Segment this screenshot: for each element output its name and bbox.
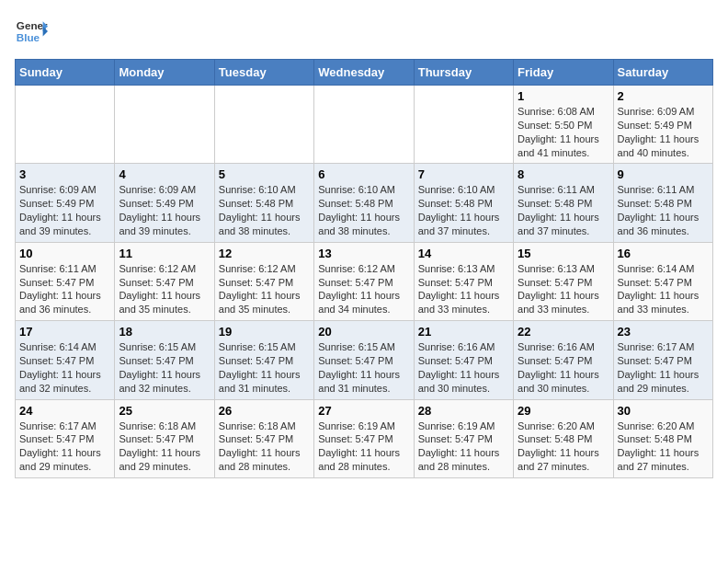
weekday-header-thursday: Thursday: [414, 60, 513, 86]
calendar-cell: 24Sunrise: 6:17 AM Sunset: 5:47 PM Dayli…: [16, 399, 115, 477]
calendar-week-2: 3Sunrise: 6:09 AM Sunset: 5:49 PM Daylig…: [16, 164, 713, 242]
calendar-cell: 20Sunrise: 6:15 AM Sunset: 5:47 PM Dayli…: [314, 321, 414, 399]
day-info: Sunrise: 6:09 AM Sunset: 5:49 PM Dayligh…: [119, 183, 210, 237]
page-header: General Blue: [15, 15, 713, 48]
calendar-cell: 21Sunrise: 6:16 AM Sunset: 5:47 PM Dayli…: [414, 321, 513, 399]
calendar-cell: 12Sunrise: 6:12 AM Sunset: 5:47 PM Dayli…: [214, 242, 313, 320]
calendar-cell: 4Sunrise: 6:09 AM Sunset: 5:49 PM Daylig…: [115, 164, 214, 242]
calendar-cell: 19Sunrise: 6:15 AM Sunset: 5:47 PM Dayli…: [214, 321, 313, 399]
day-number: 14: [418, 247, 509, 260]
day-number: 28: [418, 404, 509, 418]
day-number: 30: [618, 404, 709, 418]
day-number: 19: [219, 325, 310, 339]
day-number: 27: [318, 404, 409, 418]
calendar-cell: 15Sunrise: 6:13 AM Sunset: 5:47 PM Dayli…: [514, 242, 613, 320]
day-number: 29: [518, 404, 609, 418]
day-number: 22: [518, 325, 609, 339]
weekday-header-tuesday: Tuesday: [214, 60, 313, 86]
day-number: 20: [318, 325, 409, 339]
day-info: Sunrise: 6:09 AM Sunset: 5:49 PM Dayligh…: [19, 183, 110, 237]
calendar-cell: 2Sunrise: 6:09 AM Sunset: 5:49 PM Daylig…: [613, 86, 712, 164]
day-info: Sunrise: 6:10 AM Sunset: 5:48 PM Dayligh…: [418, 183, 509, 237]
day-info: Sunrise: 6:15 AM Sunset: 5:47 PM Dayligh…: [119, 340, 210, 395]
logo: General Blue: [15, 15, 48, 48]
calendar-week-4: 17Sunrise: 6:14 AM Sunset: 5:47 PM Dayli…: [16, 321, 713, 399]
calendar-week-5: 24Sunrise: 6:17 AM Sunset: 5:47 PM Dayli…: [16, 399, 713, 477]
calendar-cell: 29Sunrise: 6:20 AM Sunset: 5:48 PM Dayli…: [514, 399, 613, 477]
day-info: Sunrise: 6:10 AM Sunset: 5:48 PM Dayligh…: [219, 183, 310, 237]
day-number: 8: [518, 167, 609, 181]
day-info: Sunrise: 6:14 AM Sunset: 5:47 PM Dayligh…: [19, 340, 110, 395]
calendar-cell: 13Sunrise: 6:12 AM Sunset: 5:47 PM Dayli…: [314, 242, 414, 320]
day-number: 7: [418, 167, 509, 181]
calendar-cell: 25Sunrise: 6:18 AM Sunset: 5:47 PM Dayli…: [115, 399, 214, 477]
calendar-cell: 18Sunrise: 6:15 AM Sunset: 5:47 PM Dayli…: [115, 321, 214, 399]
day-number: 12: [219, 247, 310, 260]
calendar-cell: 26Sunrise: 6:18 AM Sunset: 5:47 PM Dayli…: [214, 399, 313, 477]
calendar-cell: 7Sunrise: 6:10 AM Sunset: 5:48 PM Daylig…: [414, 164, 513, 242]
day-info: Sunrise: 6:08 AM Sunset: 5:50 PM Dayligh…: [518, 105, 609, 159]
weekday-header-wednesday: Wednesday: [314, 60, 414, 86]
day-number: 25: [119, 404, 210, 418]
day-info: Sunrise: 6:17 AM Sunset: 5:47 PM Dayligh…: [19, 419, 110, 474]
day-info: Sunrise: 6:14 AM Sunset: 5:47 PM Dayligh…: [618, 262, 709, 316]
day-number: 5: [219, 167, 310, 181]
day-info: Sunrise: 6:11 AM Sunset: 5:48 PM Dayligh…: [518, 183, 609, 237]
day-info: Sunrise: 6:12 AM Sunset: 5:47 PM Dayligh…: [119, 262, 210, 316]
day-number: 26: [219, 404, 310, 418]
day-number: 24: [19, 404, 110, 418]
calendar-cell: 22Sunrise: 6:16 AM Sunset: 5:47 PM Dayli…: [514, 321, 613, 399]
day-info: Sunrise: 6:13 AM Sunset: 5:47 PM Dayligh…: [418, 262, 509, 316]
day-number: 6: [318, 167, 409, 181]
calendar-cell: [214, 86, 313, 164]
day-number: 3: [19, 167, 110, 181]
day-number: 23: [618, 325, 709, 339]
calendar-cell: [414, 86, 513, 164]
day-info: Sunrise: 6:15 AM Sunset: 5:47 PM Dayligh…: [219, 340, 310, 395]
day-info: Sunrise: 6:16 AM Sunset: 5:47 PM Dayligh…: [418, 340, 509, 395]
day-info: Sunrise: 6:16 AM Sunset: 5:47 PM Dayligh…: [518, 340, 609, 395]
day-info: Sunrise: 6:19 AM Sunset: 5:47 PM Dayligh…: [318, 419, 409, 474]
calendar-cell: 1Sunrise: 6:08 AM Sunset: 5:50 PM Daylig…: [514, 86, 613, 164]
day-number: 16: [618, 247, 709, 260]
calendar-cell: 17Sunrise: 6:14 AM Sunset: 5:47 PM Dayli…: [16, 321, 115, 399]
calendar-cell: 5Sunrise: 6:10 AM Sunset: 5:48 PM Daylig…: [214, 164, 313, 242]
day-info: Sunrise: 6:10 AM Sunset: 5:48 PM Dayligh…: [318, 183, 409, 237]
calendar-cell: 16Sunrise: 6:14 AM Sunset: 5:47 PM Dayli…: [613, 242, 712, 320]
day-info: Sunrise: 6:17 AM Sunset: 5:47 PM Dayligh…: [618, 340, 709, 395]
day-info: Sunrise: 6:20 AM Sunset: 5:48 PM Dayligh…: [518, 419, 609, 474]
logo-icon: General Blue: [15, 15, 48, 48]
calendar-week-1: 1Sunrise: 6:08 AM Sunset: 5:50 PM Daylig…: [16, 86, 713, 164]
calendar-cell: 10Sunrise: 6:11 AM Sunset: 5:47 PM Dayli…: [16, 242, 115, 320]
day-number: 4: [119, 167, 210, 181]
calendar-cell: [16, 86, 115, 164]
day-info: Sunrise: 6:20 AM Sunset: 5:48 PM Dayligh…: [618, 419, 709, 474]
day-number: 9: [618, 167, 709, 181]
day-info: Sunrise: 6:15 AM Sunset: 5:47 PM Dayligh…: [318, 340, 409, 395]
day-info: Sunrise: 6:18 AM Sunset: 5:47 PM Dayligh…: [219, 419, 310, 474]
calendar-cell: 14Sunrise: 6:13 AM Sunset: 5:47 PM Dayli…: [414, 242, 513, 320]
calendar-cell: 6Sunrise: 6:10 AM Sunset: 5:48 PM Daylig…: [314, 164, 414, 242]
day-info: Sunrise: 6:12 AM Sunset: 5:47 PM Dayligh…: [219, 262, 310, 316]
weekday-header-friday: Friday: [514, 60, 613, 86]
calendar-cell: 11Sunrise: 6:12 AM Sunset: 5:47 PM Dayli…: [115, 242, 214, 320]
day-info: Sunrise: 6:13 AM Sunset: 5:47 PM Dayligh…: [518, 262, 609, 316]
day-number: 2: [618, 89, 709, 103]
weekday-header-sunday: Sunday: [16, 60, 115, 86]
weekday-header-row: SundayMondayTuesdayWednesdayThursdayFrid…: [16, 60, 713, 86]
day-number: 17: [19, 325, 110, 339]
weekday-header-monday: Monday: [115, 60, 214, 86]
day-info: Sunrise: 6:18 AM Sunset: 5:47 PM Dayligh…: [119, 419, 210, 474]
calendar-week-3: 10Sunrise: 6:11 AM Sunset: 5:47 PM Dayli…: [16, 242, 713, 320]
calendar-cell: 30Sunrise: 6:20 AM Sunset: 5:48 PM Dayli…: [613, 399, 712, 477]
weekday-header-saturday: Saturday: [613, 60, 712, 86]
calendar-cell: [314, 86, 414, 164]
day-number: 10: [19, 247, 110, 260]
calendar-cell: 28Sunrise: 6:19 AM Sunset: 5:47 PM Dayli…: [414, 399, 513, 477]
day-number: 18: [119, 325, 210, 339]
calendar-cell: 27Sunrise: 6:19 AM Sunset: 5:47 PM Dayli…: [314, 399, 414, 477]
day-number: 21: [418, 325, 509, 339]
calendar-cell: 8Sunrise: 6:11 AM Sunset: 5:48 PM Daylig…: [514, 164, 613, 242]
calendar-cell: [115, 86, 214, 164]
calendar-table: SundayMondayTuesdayWednesdayThursdayFrid…: [15, 59, 713, 478]
